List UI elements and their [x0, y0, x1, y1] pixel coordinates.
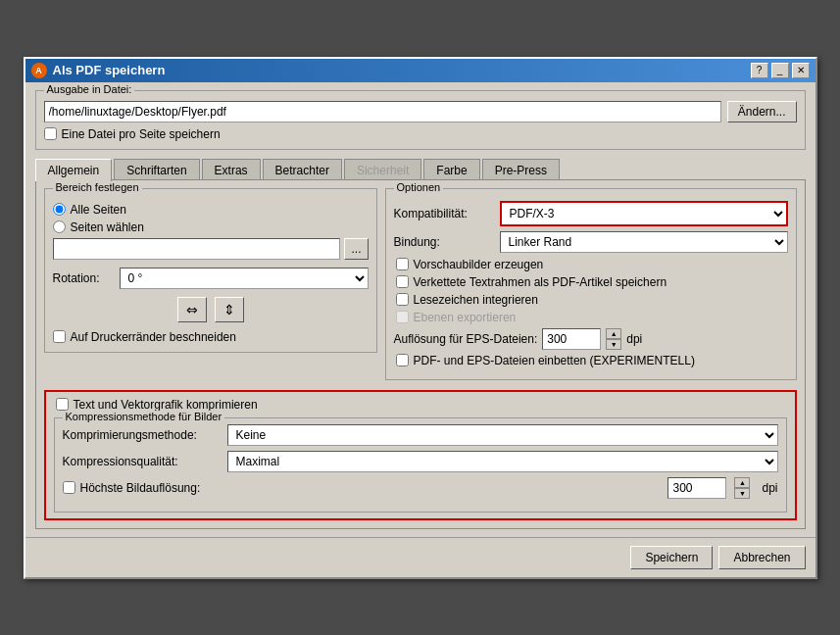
kompatibilitaet-select-wrapper: PDF/X-3 PDF 1.4 PDF 1.5 PDF 1.6 [500, 201, 788, 226]
tab-sicherheit[interactable]: Sicherheit [344, 159, 421, 181]
kompression-group: Kompressionsmethode für Bilder Komprimie… [54, 417, 787, 513]
ausgabe-group: Ausgabe in Datei: Ändern... Eine Datei p… [35, 90, 806, 150]
text-vektor-row: Text und Vektorgrafik komprimieren [54, 398, 787, 412]
pdf-eps-checkbox[interactable] [396, 354, 409, 366]
aufloesung-unit: dpi [626, 332, 642, 346]
aufloesung-row: Auflösung für EPS-Dateien: ▲ ▼ dpi [394, 328, 788, 350]
alle-seiten-radio[interactable] [53, 203, 66, 216]
ebenen-label: Ebenen exportieren [414, 311, 517, 324]
ausgabe-group-title: Ausgabe in Datei: [44, 83, 135, 95]
hoechste-unit: dpi [762, 481, 777, 495]
hoechste-checkbox[interactable] [63, 481, 75, 494]
eine-datei-checkbox[interactable] [44, 127, 57, 140]
help-button[interactable]: ? [751, 63, 768, 78]
pdf-eps-label: PDF- und EPS-Dateien einbetten (EXPERIME… [414, 354, 695, 367]
kompatibilitaet-label: Kompatibilität: [394, 207, 492, 220]
seiten-waehlen-row: Seiten wählen [53, 220, 369, 234]
hoechste-spin-up[interactable]: ▲ [734, 477, 750, 488]
bindung-label: Bindung: [394, 235, 492, 249]
text-vektor-checkbox[interactable] [56, 398, 69, 411]
abbrechen-button[interactable]: Abbrechen [718, 546, 805, 569]
aufloesung-spin-up[interactable]: ▲ [606, 328, 621, 339]
ebenen-row: Ebenen exportieren [394, 311, 788, 324]
bereich-group: Bereich festlegen Alle Seiten Seiten wäh… [44, 188, 377, 353]
tab-content-allgemein: Bereich festlegen Alle Seiten Seiten wäh… [35, 179, 806, 529]
tab-prepress[interactable]: Pre-Press [482, 159, 560, 181]
compression-section: Text und Vektorgrafik komprimieren Kompr… [44, 390, 797, 520]
vorschaubilder-label: Vorschaubilder erzeugen [414, 258, 544, 271]
kompatibilitaet-select[interactable]: PDF/X-3 PDF 1.4 PDF 1.5 PDF 1.6 [502, 203, 786, 224]
verkettet-row: Verkettete Textrahmen als PDF-Artikel sp… [394, 275, 788, 289]
seiten-input[interactable] [53, 238, 341, 260]
pdf-eps-row: PDF- und EPS-Dateien einbetten (EXPERIME… [394, 354, 788, 367]
optionen-group-title: Optionen [394, 181, 444, 193]
seiten-input-row: ... [53, 238, 369, 260]
vorschaubilder-row: Vorschaubilder erzeugen [394, 258, 788, 271]
lesezeichen-checkbox[interactable] [396, 293, 409, 306]
tab-extras[interactable]: Extras [202, 159, 261, 181]
flip-horizontal-button[interactable]: ⇔ [177, 297, 207, 322]
title-bar: A Als PDF speichern ? _ ✕ [25, 59, 815, 82]
aufloesung-input[interactable] [542, 328, 601, 350]
hoechste-label: Höchste Bildauflösung: [80, 481, 201, 495]
rotation-label: Rotation: [53, 271, 112, 285]
tab-bar: Allgemein Schriftarten Extras Betrachter… [35, 158, 806, 180]
aufloesung-spin-down[interactable]: ▼ [606, 339, 621, 350]
rotation-row: Rotation: 0 ° 90 ° 180 ° 270 ° [53, 268, 369, 289]
ebenen-checkbox[interactable] [396, 311, 409, 323]
seiten-browse-button[interactable]: ... [344, 238, 368, 260]
verkettet-checkbox[interactable] [396, 275, 409, 288]
optionen-group: Optionen Kompatibilität: PDF/X-3 PDF 1.4… [385, 188, 797, 380]
minimize-button[interactable]: _ [771, 63, 789, 78]
app-icon: A [31, 63, 47, 78]
dialog-window: A Als PDF speichern ? _ ✕ Ausgabe in Dat… [24, 57, 817, 579]
bindung-row: Bindung: Linker Rand Rechter Rand [394, 231, 788, 253]
window-title: Als PDF speichern [53, 63, 166, 77]
methode-select[interactable]: Keine LZW JPEG ZIP [227, 424, 778, 446]
druckerraender-label: Auf Druckerränder beschneiden [71, 330, 236, 344]
druckerraender-row: Auf Druckerränder beschneiden [53, 330, 369, 344]
seiten-waehlen-radio[interactable] [53, 220, 66, 233]
footer: Speichern Abbrechen [25, 537, 815, 577]
druckerraender-checkbox[interactable] [53, 330, 66, 343]
alle-seiten-label: Alle Seiten [71, 203, 126, 217]
qualitaet-label: Kompressionsqualität: [63, 455, 220, 468]
lesezeichen-label: Lesezeichen integrieren [414, 293, 538, 307]
vorschaubilder-checkbox[interactable] [396, 258, 409, 270]
methode-label: Komprimierungsmethode: [63, 428, 220, 442]
hoechste-spinner: ▲ ▼ [734, 477, 750, 499]
close-button[interactable]: ✕ [792, 63, 810, 78]
file-path-input[interactable] [44, 101, 721, 122]
hoechste-row: Höchste Bildauflösung: ▲ ▼ dpi [63, 477, 778, 499]
qualitaet-row: Kompressionsqualität: Maximal Hoch Mitte… [63, 451, 778, 472]
seiten-waehlen-label: Seiten wählen [71, 220, 144, 234]
ausgabe-row: Ändern... [44, 101, 797, 122]
tab-allgemein[interactable]: Allgemein [35, 159, 113, 181]
kompatibilitaet-row: Kompatibilität: PDF/X-3 PDF 1.4 PDF 1.5 … [394, 201, 788, 226]
alle-seiten-row: Alle Seiten [53, 203, 369, 217]
hoechste-spin-down[interactable]: ▼ [734, 488, 750, 499]
aufloesung-spinner: ▲ ▼ [606, 328, 621, 350]
bindung-select[interactable]: Linker Rand Rechter Rand [501, 232, 787, 252]
lesezeichen-row: Lesezeichen integrieren [394, 293, 788, 307]
speichern-button[interactable]: Speichern [630, 546, 713, 569]
text-vektor-label: Text und Vektorgrafik komprimieren [74, 398, 258, 412]
aendern-button[interactable]: Ändern... [727, 101, 797, 122]
eine-datei-label: Eine Datei pro Seite speichern [62, 127, 221, 141]
tab-farbe[interactable]: Farbe [423, 159, 479, 181]
methode-row: Komprimierungsmethode: Keine LZW JPEG ZI… [63, 424, 778, 446]
tab-schriftarten[interactable]: Schriftarten [114, 159, 199, 181]
verkettet-label: Verkettete Textrahmen als PDF-Artikel sp… [414, 275, 667, 289]
hoechste-input[interactable] [667, 477, 726, 499]
qualitaet-select[interactable]: Maximal Hoch Mittel Niedrig [227, 451, 778, 472]
flip-buttons: ⇔ ⇕ [53, 297, 369, 322]
rotation-select[interactable]: 0 ° 90 ° 180 ° 270 ° [121, 269, 368, 288]
bereich-group-title: Bereich festlegen [53, 181, 142, 193]
title-buttons: ? _ ✕ [751, 63, 810, 78]
aufloesung-label: Auflösung für EPS-Dateien: [394, 332, 538, 346]
flip-vertical-button[interactable]: ⇕ [215, 297, 244, 322]
kompression-group-title: Kompressionsmethode für Bilder [63, 411, 225, 422]
tab-betrachter[interactable]: Betrachter [263, 159, 342, 181]
eine-datei-row: Eine Datei pro Seite speichern [44, 127, 797, 141]
